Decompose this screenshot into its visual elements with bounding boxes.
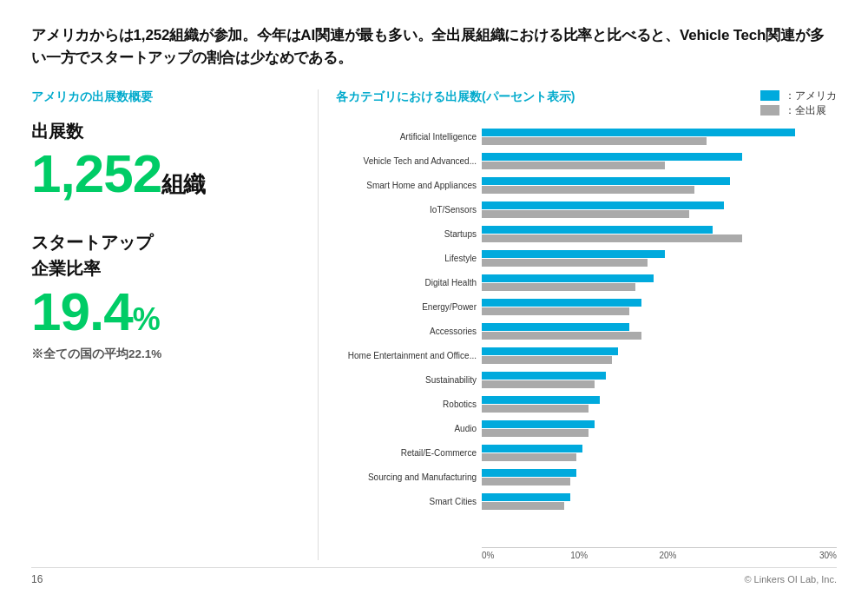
bar-america [482, 420, 595, 428]
bar-group [482, 347, 837, 364]
bar-all [482, 283, 635, 291]
bar-group [482, 274, 837, 291]
bar-label: Digital Health [336, 278, 482, 288]
legend-box-america [760, 90, 779, 101]
headline: アメリカからは1,252組織が参加。今年はAI関連が最も多い。全出展組織における… [31, 24, 837, 70]
bar-america [482, 347, 618, 355]
bar-all [482, 137, 707, 145]
legend-label-america: ：アメリカ [785, 89, 837, 102]
chart-title: 各カテゴリにおける出展数(パーセント表示) [336, 89, 575, 105]
bar-america [482, 469, 576, 477]
bar-all [482, 259, 648, 267]
bar-group [482, 323, 837, 340]
bar-group [482, 250, 837, 267]
bar-row: Vehicle Tech and Advanced... [336, 150, 837, 173]
startup-stat-block: スタートアップ 企業比率 19.4% ※全ての国の平均22.1% [31, 231, 300, 362]
left-panel: アメリカの出展数概要 出展数 1,252組織 スタートアップ 企業比率 19.4… [31, 89, 300, 560]
chart-area: Artificial IntelligenceVehicle Tech and … [336, 126, 837, 560]
bar-group [482, 469, 837, 485]
bar-america [482, 153, 742, 161]
bar-america [482, 323, 629, 331]
bar-group [482, 177, 837, 194]
bar-row: Accessories [336, 320, 837, 343]
exhibit-number: 1,252組織 [31, 145, 300, 201]
startup-label2: 企業比率 [31, 257, 300, 280]
bar-label: Smart Home and Appliances [336, 181, 482, 191]
bar-america [482, 299, 641, 307]
bar-america [482, 226, 713, 234]
bar-label: Vehicle Tech and Advanced... [336, 156, 482, 167]
bar-row: Digital Health [336, 272, 837, 294]
bar-all [482, 380, 595, 388]
bar-row: Artificial Intelligence [336, 126, 837, 149]
bar-row: Audio [336, 418, 837, 440]
page-number: 16 [31, 573, 43, 585]
legend-all: ：全出展 [760, 104, 837, 117]
bar-america [482, 372, 606, 380]
x-axis: 0% 10% 20% 30% [482, 547, 837, 560]
main-content: アメリカの出展数概要 出展数 1,252組織 スタートアップ 企業比率 19.4… [31, 89, 837, 560]
startup-label1: スタートアップ [31, 231, 300, 254]
bar-america [482, 177, 730, 185]
bar-america [482, 445, 582, 452]
average-note: ※全ての国の平均22.1% [31, 347, 300, 362]
bar-row: Sourcing and Manufacturing [336, 466, 837, 489]
exhibit-stat-block: 出展数 1,252組織 [31, 121, 300, 207]
exhibit-label: 出展数 [31, 121, 300, 142]
bar-all [482, 429, 589, 437]
chart-legend: ：アメリカ ：全出展 [760, 89, 837, 117]
x-tick-30: 30% [748, 551, 837, 560]
bar-america [482, 201, 724, 209]
copyright: © Linkers OI Lab, Inc. [744, 574, 837, 584]
bar-label: IoT/Sensors [336, 205, 482, 215]
bar-group [482, 201, 837, 218]
bar-row: Energy/Power [336, 296, 837, 319]
bar-all [482, 307, 629, 315]
bar-all [482, 502, 564, 510]
bar-label: Sustainability [336, 375, 482, 386]
bar-group [482, 129, 837, 145]
x-tick-0: 0% [482, 551, 570, 560]
bar-group [482, 372, 837, 388]
bar-america [482, 129, 795, 136]
legend-label-all: ：全出展 [785, 104, 826, 117]
vertical-divider [318, 89, 319, 560]
x-tick-20: 20% [660, 551, 748, 560]
bar-all [482, 234, 742, 242]
bar-america [482, 274, 654, 282]
bar-group [482, 153, 837, 169]
footer: 16 © Linkers OI Lab, Inc. [31, 567, 837, 585]
bar-label: Sourcing and Manufacturing [336, 472, 482, 483]
bar-label: Lifestyle [336, 254, 482, 264]
bar-america [482, 396, 600, 404]
bar-rows: Artificial IntelligenceVehicle Tech and … [336, 126, 837, 544]
bar-all [482, 478, 570, 485]
chart-header: 各カテゴリにおける出展数(パーセント表示) ：アメリカ ：全出展 [336, 89, 837, 117]
bar-row: IoT/Sensors [336, 199, 837, 221]
bar-row: Home Entertainment and Office... [336, 345, 837, 367]
bar-label: Energy/Power [336, 302, 482, 313]
bar-group [482, 493, 837, 510]
bar-label: Robotics [336, 400, 482, 410]
bar-row: Retail/E-Commerce [336, 442, 837, 465]
bar-row: Smart Home and Appliances [336, 175, 837, 197]
bar-group [482, 299, 837, 315]
bar-america [482, 493, 570, 501]
bar-all [482, 332, 641, 340]
bar-label: Home Entertainment and Office... [336, 351, 482, 361]
bar-all [482, 356, 612, 364]
startup-number: 19.4% [31, 283, 300, 340]
legend-box-all [760, 105, 779, 116]
page-container: アメリカからは1,252組織が参加。今年はAI関連が最も多い。全出展組織における… [0, 0, 868, 601]
right-panel: 各カテゴリにおける出展数(パーセント表示) ：アメリカ ：全出展 Artific… [336, 89, 837, 560]
bar-all [482, 210, 689, 218]
bar-all [482, 453, 576, 461]
bar-row: Lifestyle [336, 248, 837, 270]
bar-group [482, 226, 837, 242]
bar-label: Startups [336, 229, 482, 240]
bar-row: Startups [336, 223, 837, 246]
bar-row: Robotics [336, 393, 837, 416]
bar-all [482, 405, 589, 413]
legend-america: ：アメリカ [760, 89, 837, 102]
bar-group [482, 396, 837, 413]
